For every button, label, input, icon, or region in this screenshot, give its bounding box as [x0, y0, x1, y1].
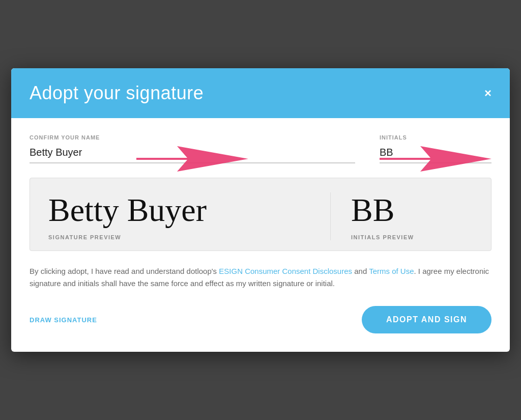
name-label: CONFIRM YOUR NAME [30, 134, 355, 141]
signature-preview-text: Betty Buyer [48, 192, 330, 228]
modal-footer: DRAW SIGNATURE ADOPT AND SIGN [30, 306, 491, 333]
adopt-and-sign-button[interactable]: ADOPT AND SIGN [362, 306, 491, 333]
signature-preview-section: Betty Buyer SIGNATURE PREVIEW [48, 192, 330, 240]
signature-preview-label: SIGNATURE PREVIEW [48, 234, 330, 240]
consent-text-middle: and [352, 267, 369, 275]
name-field-group: CONFIRM YOUR NAME [30, 134, 355, 163]
initials-label: INITIALS [380, 134, 491, 141]
initials-preview-section: BB INITIALS PREVIEW [330, 192, 473, 240]
name-input[interactable] [30, 144, 355, 163]
modal-overlay: Adopt your signature × CONFIRM YOUR NAME… [0, 0, 521, 420]
initials-preview-text: BB [351, 192, 473, 228]
modal-dialog: Adopt your signature × CONFIRM YOUR NAME… [11, 68, 510, 352]
consent-text-before: By clicking adopt, I have read and under… [30, 267, 219, 275]
fields-container: CONFIRM YOUR NAME INITIALS [30, 134, 491, 163]
modal-title: Adopt your signature [30, 82, 204, 104]
initials-preview-label: INITIALS PREVIEW [351, 234, 473, 240]
signature-preview-box: Betty Buyer SIGNATURE PREVIEW BB INITIAL… [30, 178, 491, 251]
draw-signature-button[interactable]: DRAW SIGNATURE [30, 316, 97, 324]
close-button[interactable]: × [484, 87, 491, 99]
esign-consent-link[interactable]: ESIGN Consumer Consent Disclosures [219, 267, 352, 275]
consent-text: By clicking adopt, I have read and under… [30, 265, 491, 290]
terms-of-use-link[interactable]: Terms of Use [369, 267, 414, 275]
initials-input[interactable] [380, 144, 491, 163]
initials-field-group: INITIALS [380, 134, 491, 163]
modal-body: CONFIRM YOUR NAME INITIALS [11, 118, 510, 352]
modal-header: Adopt your signature × [11, 68, 510, 118]
fields-row: CONFIRM YOUR NAME INITIALS [30, 134, 491, 163]
